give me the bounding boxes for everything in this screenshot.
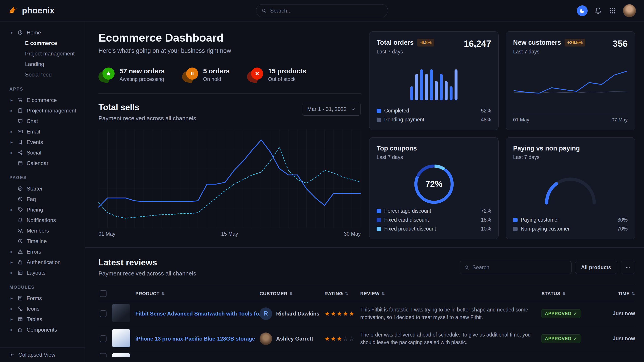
row-checkbox[interactable] [100, 353, 106, 357]
column-header-customer[interactable]: CUSTOMER⇅ [260, 291, 324, 296]
sidebar-item-email[interactable]: ▸Email [0, 126, 85, 137]
sidebar-item-faq[interactable]: Faq [0, 194, 85, 204]
caret-right-icon: ▸ [10, 97, 14, 103]
more-options-button[interactable] [621, 261, 635, 274]
product-link[interactable]: Fitbit Sense Advanced Smartwatch with To… [136, 311, 270, 317]
total-sells-subtitle: Payment received across all channels [98, 115, 196, 122]
paying-period: Last 7 days [513, 154, 580, 160]
column-header-status[interactable]: STATUS⇅ [542, 291, 596, 296]
product-image[interactable] [112, 329, 130, 347]
main-content: Ecommerce Dashboard Here's what's going … [85, 21, 644, 362]
product-image[interactable] [112, 304, 130, 322]
sidebar-item-calendar[interactable]: Calendar [0, 158, 85, 168]
sidebar-item-landing[interactable]: Landing [0, 59, 85, 69]
puzzle-icon [18, 327, 23, 333]
sidebar-item-label: Chat [27, 118, 38, 124]
product-link[interactable]: iPhone 13 pro max-Pacific Blue-128GB sto… [136, 336, 262, 342]
legend-label: Fixed card discount [384, 217, 429, 223]
sidebar-item-events[interactable]: ▸Events [0, 137, 85, 147]
donut-center-value: 72% [411, 161, 457, 207]
sidebar-item-tables[interactable]: ▸Tables [0, 314, 85, 325]
sidebar-item-label: Notifications [27, 217, 56, 223]
sidebar-item-components[interactable]: ▸Components [0, 325, 85, 335]
legend-value: 30% [617, 217, 628, 223]
sidebar-item-authentication[interactable]: ▸Authentication [0, 257, 85, 267]
total-orders-badge: -6.8% [417, 39, 434, 46]
stat-blob [182, 67, 198, 82]
sidebar-item-layouts[interactable]: ▸Layouts [0, 267, 85, 278]
all-products-button[interactable]: All products [575, 261, 617, 274]
column-header-product[interactable]: PRODUCT⇅ [136, 291, 260, 296]
legend-label: Pending payment [384, 117, 424, 123]
global-search-input[interactable] [270, 7, 382, 14]
global-search[interactable] [256, 4, 388, 17]
caret-right-icon: ▸ [10, 260, 14, 265]
star-icon [106, 71, 112, 76]
reviews-search[interactable] [460, 261, 572, 274]
caret-right-icon: ▸ [10, 249, 14, 254]
sidebar-item-chat[interactable]: Chat [0, 116, 85, 126]
users-icon [18, 228, 23, 233]
column-header-rating[interactable]: RATING⇅ [324, 291, 360, 296]
column-label: RATING [324, 291, 343, 296]
page-title: Ecommerce Dashboard [98, 31, 361, 44]
user-avatar[interactable] [623, 4, 636, 17]
total-orders-period: Last 7 days [376, 49, 434, 55]
column-label: STATUS [542, 291, 560, 296]
theme-toggle-button[interactable] [577, 5, 588, 16]
legend-swatch [513, 227, 518, 231]
sidebar-item-pricing[interactable]: ▸Pricing [0, 204, 85, 215]
legend-label: Non-paying customer [521, 226, 570, 232]
column-header-time[interactable]: TIME⇅ [596, 291, 635, 296]
check-icon: ✓ [574, 311, 577, 316]
sidebar-item-e-commerce[interactable]: ▸E commerce [0, 95, 85, 105]
total-orders-chart [407, 62, 461, 100]
reviews-search-input[interactable] [472, 264, 567, 271]
total-orders-legend: Completed52%Pending payment48% [376, 108, 491, 123]
sidebar-item-members[interactable]: Members [0, 225, 85, 236]
select-all-checkbox[interactable] [100, 290, 106, 297]
rating-stars: ★★★★★ [324, 310, 360, 317]
column-label: CUSTOMER [260, 291, 288, 296]
sidebar-item-icons[interactable]: ▸Icons [0, 304, 85, 314]
new-customers-card: New customers +26.5% Last 7 days 356 01 … [506, 31, 635, 130]
form-icon [18, 295, 23, 301]
row-checkbox[interactable] [100, 310, 106, 317]
row-checkbox[interactable] [100, 335, 106, 342]
chat-icon [18, 118, 23, 124]
notifications-button[interactable] [594, 7, 602, 14]
sidebar-item-project-management[interactable]: Project management [0, 48, 85, 59]
share-icon [18, 150, 23, 155]
sidebar-item-project-management[interactable]: ▸Project management [0, 105, 85, 116]
sidebar-item-home[interactable]: ▾Home [0, 27, 85, 38]
sidebar: ▾HomeE commerceProject managementLanding… [0, 21, 85, 362]
sidebar-item-forms[interactable]: ▸Forms [0, 293, 85, 304]
sidebar-item-social[interactable]: ▸Social [0, 147, 85, 158]
sidebar-item-timeline[interactable]: Timeline [0, 236, 85, 246]
alert-triangle-icon [18, 249, 23, 255]
stat-awating-processing: 57 new ordersAwating processing [98, 67, 165, 82]
product-image[interactable] [112, 353, 130, 357]
legend-swatch [376, 218, 381, 222]
sidebar-item-notifications[interactable]: Notifications [0, 215, 85, 225]
sidebar-heading-apps: APPS [0, 80, 85, 95]
collapse-view-button[interactable]: Collapsed View [0, 347, 85, 362]
sidebar-item-label: Members [27, 228, 49, 234]
stat-out-of-stock: 15 productsOut of stock [247, 67, 306, 82]
sidebar-item-social-feed[interactable]: Social feed [0, 69, 85, 80]
more-icon [626, 265, 630, 270]
sort-icon: ⇅ [632, 291, 635, 296]
date-range-select[interactable]: Mar 1 - 31, 2022 [302, 103, 361, 116]
column-header-review[interactable]: REVIEW⇅ [360, 291, 542, 296]
reviews-controls: All products [460, 261, 635, 274]
envelope-icon [18, 129, 23, 134]
brand[interactable]: phoenix [8, 5, 54, 16]
caret-right-icon: ▸ [10, 317, 14, 322]
sidebar-item-e-commerce[interactable]: E commerce [0, 38, 85, 48]
apps-grid-button[interactable] [609, 7, 616, 14]
table-row: iPhone 13 pro max-Pacific Blue-128GB sto… [98, 326, 635, 351]
sidebar-item-errors[interactable]: ▸Errors [0, 246, 85, 257]
latest-reviews-title: Latest reviews [98, 258, 196, 267]
legend-item-completed: Completed52% [376, 108, 491, 114]
sidebar-item-starter[interactable]: Starter [0, 183, 85, 194]
